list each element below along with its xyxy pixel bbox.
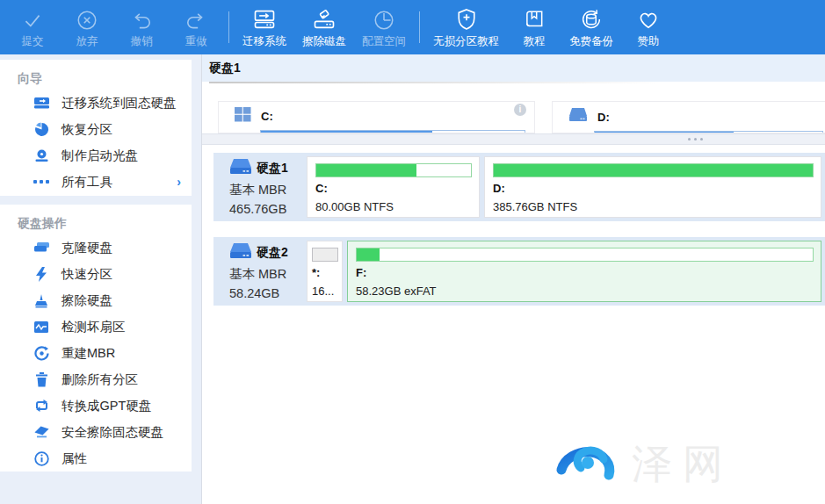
disk-type: 基本 MBR [229, 182, 302, 198]
partition-info: 385.76GB NTFS [493, 200, 814, 213]
section-title-wizard: 向导 [0, 60, 192, 90]
backup-icon [579, 5, 604, 32]
sidebar-item-migrate-ssd[interactable]: 迁移系统到固态硬盘 [0, 90, 192, 116]
erase-disk-icon [312, 5, 337, 32]
disk-name: 硬盘2 [257, 245, 288, 261]
sidebar-item-delete-all-partitions[interactable]: 删除所有分区 [0, 366, 192, 392]
configure-space-button[interactable]: 配置空间 [354, 0, 414, 54]
secure-erase-icon [32, 424, 51, 440]
partition-usage-bar [356, 248, 814, 262]
partition-usage-bar [315, 163, 472, 177]
sidebar-item-bad-sectors[interactable]: 检测坏扇区 [0, 313, 192, 340]
lossless-tutorial-button[interactable]: 无损分区教程 [425, 0, 507, 54]
toolbar: 提交 放弃 撤销 重做 迁移系统 擦除磁盘 [0, 0, 825, 54]
sidebar-item-all-tools[interactable]: 所有工具 › [0, 169, 192, 195]
sidebar-item-label: 擦除硬盘 [62, 292, 112, 309]
chevron-right-icon: › [177, 175, 181, 189]
wipe-disk-icon [32, 292, 51, 308]
drive-icon [568, 107, 588, 126]
tab-disk1[interactable]: 硬盘1 [209, 61, 241, 76]
disk-row-2[interactable]: 硬盘2 基本 MBR 58.24GB *: 16... F: [213, 237, 825, 306]
sidebar-item-label: 检测坏扇区 [62, 319, 126, 335]
disk-name: 硬盘1 [257, 161, 288, 176]
sidebar-item-label: 删除所有分区 [62, 371, 138, 388]
disk-size: 58.24GB [229, 286, 302, 300]
disk-tab-bar: 硬盘1 [202, 54, 825, 82]
free-backup-button[interactable]: 免费备份 [561, 0, 621, 54]
partition-f-selected[interactable]: F: 58.23GB exFAT [347, 241, 821, 302]
tutorial-button[interactable]: 教程 [507, 0, 561, 54]
partition-unformatted[interactable]: *: 16... [307, 241, 343, 302]
main-panel: 硬盘1 C: i [201, 54, 825, 504]
erase-disk-button[interactable]: 擦除磁盘 [294, 0, 354, 54]
sidebar-item-rebuild-mbr[interactable]: 重建MBR [0, 340, 192, 366]
partition-label: C: [315, 182, 472, 195]
sidebar-item-label: 制作启动光盘 [62, 148, 138, 164]
toolbar-separator [228, 11, 229, 43]
disk-icon [229, 242, 252, 263]
sidebar-disk-ops-section: 硬盘操作 克隆硬盘 快速分区 擦除硬盘 检测坏扇区 [0, 205, 192, 472]
undo-button[interactable]: 撤销 [114, 0, 169, 54]
bootable-disc-icon [32, 148, 51, 163]
partition-d[interactable]: D: 385.76GB NTFS [484, 156, 821, 218]
sponsor-button[interactable]: 赞助 [621, 0, 676, 54]
rebuild-mbr-icon [32, 345, 51, 361]
sidebar-item-convert-gpt[interactable]: 转换成GPT硬盘 [0, 392, 192, 419]
info-icon[interactable]: i [514, 104, 526, 116]
info-icon [32, 450, 51, 466]
disk-row-1[interactable]: 硬盘1 基本 MBR 465.76GB C: 80.00GB NTFS [213, 153, 825, 221]
volume-preview-strip: C: i D: [202, 83, 825, 133]
undo-icon [130, 5, 153, 32]
sidebar-item-properties[interactable]: 属性 [0, 445, 192, 472]
sidebar-item-label: 快速分区 [62, 266, 112, 283]
windows-logo-icon [235, 107, 251, 126]
disk-icon [229, 158, 252, 179]
configure-space-icon [373, 5, 395, 32]
sidebar-item-quick-partition[interactable]: 快速分区 [0, 261, 192, 287]
sidebar-item-clone-disk[interactable]: 克隆硬盘 [0, 234, 192, 261]
sidebar-item-bootable-disc[interactable]: 制作启动光盘 [0, 142, 192, 169]
partition-label: F: [356, 266, 814, 279]
partition-label: *: [312, 266, 338, 279]
sidebar-wizard-section: 向导 迁移系统到固态硬盘 恢复分区 制作启动光盘 所有工具 › [0, 60, 192, 196]
quick-partition-icon [32, 266, 51, 282]
heart-icon [636, 5, 661, 32]
partition-info: 80.00GB NTFS [315, 200, 472, 213]
redo-button[interactable]: 重做 [169, 0, 223, 54]
redo-icon [185, 5, 207, 32]
disk-size: 465.76GB [229, 202, 302, 216]
sidebar-item-secure-erase[interactable]: 安全擦除固态硬盘 [0, 419, 192, 445]
disk-list: 硬盘1 基本 MBR 465.76GB C: 80.00GB NTFS [202, 145, 825, 306]
partition-label: D: [493, 182, 814, 195]
discard-icon [76, 5, 98, 32]
sidebar-item-recover-partition[interactable]: 恢复分区 [0, 116, 192, 142]
preview-splitter-handle[interactable] [202, 133, 825, 145]
splitter-dots-icon [688, 138, 703, 140]
volume-card-c[interactable]: C: i [218, 101, 535, 133]
volume-label: C: [261, 110, 273, 123]
migrate-ssd-icon [32, 95, 51, 111]
disk-type: 基本 MBR [229, 266, 302, 283]
sidebar-item-wipe-disk[interactable]: 擦除硬盘 [0, 287, 192, 313]
migrate-system-button[interactable]: 迁移系统 [235, 0, 294, 54]
book-icon [523, 5, 546, 32]
discard-button[interactable]: 放弃 [60, 0, 114, 54]
sidebar-item-label: 重建MBR [62, 345, 115, 362]
sidebar-item-label: 所有工具 [62, 174, 112, 191]
disk2-info: 硬盘2 基本 MBR 58.24GB [217, 241, 302, 302]
partition-usage-bar [312, 248, 338, 262]
shield-plus-icon [454, 5, 479, 32]
submit-button[interactable]: 提交 [5, 0, 60, 54]
check-icon [21, 5, 44, 32]
volume-card-d[interactable]: D: [552, 101, 825, 133]
sidebar-item-label: 属性 [62, 450, 87, 467]
trash-icon [32, 371, 51, 387]
all-tools-icon [32, 174, 51, 190]
recover-partition-icon [32, 121, 51, 137]
app-window: 提交 放弃 撤销 重做 迁移系统 擦除磁盘 [0, 0, 825, 504]
partition-usage-bar [493, 163, 814, 177]
watermark: 泽网 [553, 435, 734, 494]
watermark-text: 泽网 [632, 437, 734, 492]
partition-c[interactable]: C: 80.00GB NTFS [307, 156, 480, 218]
disk1-info: 硬盘1 基本 MBR 465.76GB [217, 156, 302, 218]
